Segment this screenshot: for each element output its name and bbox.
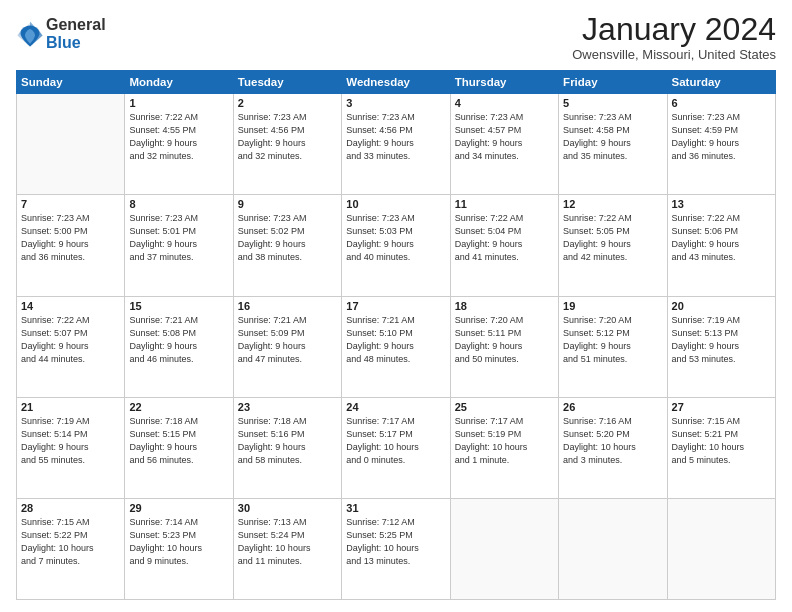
calendar-cell: 23Sunrise: 7:18 AM Sunset: 5:16 PM Dayli… [233,397,341,498]
day-info: Sunrise: 7:21 AM Sunset: 5:10 PM Dayligh… [346,314,445,366]
week-row-4: 28Sunrise: 7:15 AM Sunset: 5:22 PM Dayli… [17,498,776,599]
day-number: 27 [672,401,771,413]
day-number: 11 [455,198,554,210]
day-info: Sunrise: 7:23 AM Sunset: 5:01 PM Dayligh… [129,212,228,264]
day-info: Sunrise: 7:23 AM Sunset: 4:56 PM Dayligh… [346,111,445,163]
calendar-cell: 8Sunrise: 7:23 AM Sunset: 5:01 PM Daylig… [125,195,233,296]
day-number: 9 [238,198,337,210]
weekday-header-friday: Friday [559,71,667,94]
day-number: 24 [346,401,445,413]
day-number: 26 [563,401,662,413]
day-number: 8 [129,198,228,210]
calendar-cell: 10Sunrise: 7:23 AM Sunset: 5:03 PM Dayli… [342,195,450,296]
day-number: 19 [563,300,662,312]
day-number: 12 [563,198,662,210]
day-number: 4 [455,97,554,109]
day-info: Sunrise: 7:15 AM Sunset: 5:21 PM Dayligh… [672,415,771,467]
day-info: Sunrise: 7:19 AM Sunset: 5:14 PM Dayligh… [21,415,120,467]
day-number: 16 [238,300,337,312]
day-number: 13 [672,198,771,210]
day-number: 5 [563,97,662,109]
day-info: Sunrise: 7:17 AM Sunset: 5:19 PM Dayligh… [455,415,554,467]
day-number: 28 [21,502,120,514]
calendar-cell: 31Sunrise: 7:12 AM Sunset: 5:25 PM Dayli… [342,498,450,599]
week-row-3: 21Sunrise: 7:19 AM Sunset: 5:14 PM Dayli… [17,397,776,498]
weekday-header-thursday: Thursday [450,71,558,94]
calendar-cell: 19Sunrise: 7:20 AM Sunset: 5:12 PM Dayli… [559,296,667,397]
day-info: Sunrise: 7:23 AM Sunset: 4:58 PM Dayligh… [563,111,662,163]
calendar-cell: 2Sunrise: 7:23 AM Sunset: 4:56 PM Daylig… [233,94,341,195]
month-title: January 2024 [572,12,776,47]
day-info: Sunrise: 7:23 AM Sunset: 5:03 PM Dayligh… [346,212,445,264]
calendar-cell: 28Sunrise: 7:15 AM Sunset: 5:22 PM Dayli… [17,498,125,599]
calendar-cell: 6Sunrise: 7:23 AM Sunset: 4:59 PM Daylig… [667,94,775,195]
day-info: Sunrise: 7:22 AM Sunset: 5:07 PM Dayligh… [21,314,120,366]
calendar-cell: 3Sunrise: 7:23 AM Sunset: 4:56 PM Daylig… [342,94,450,195]
calendar-cell: 4Sunrise: 7:23 AM Sunset: 4:57 PM Daylig… [450,94,558,195]
day-number: 17 [346,300,445,312]
day-number: 14 [21,300,120,312]
day-info: Sunrise: 7:18 AM Sunset: 5:16 PM Dayligh… [238,415,337,467]
day-number: 23 [238,401,337,413]
calendar-cell: 12Sunrise: 7:22 AM Sunset: 5:05 PM Dayli… [559,195,667,296]
day-number: 30 [238,502,337,514]
calendar-cell: 20Sunrise: 7:19 AM Sunset: 5:13 PM Dayli… [667,296,775,397]
logo-general-text: General [46,16,106,34]
calendar-cell: 27Sunrise: 7:15 AM Sunset: 5:21 PM Dayli… [667,397,775,498]
weekday-header-sunday: Sunday [17,71,125,94]
logo-icon [16,20,44,48]
calendar-cell: 11Sunrise: 7:22 AM Sunset: 5:04 PM Dayli… [450,195,558,296]
calendar-cell: 22Sunrise: 7:18 AM Sunset: 5:15 PM Dayli… [125,397,233,498]
calendar-cell: 17Sunrise: 7:21 AM Sunset: 5:10 PM Dayli… [342,296,450,397]
day-number: 10 [346,198,445,210]
day-info: Sunrise: 7:22 AM Sunset: 4:55 PM Dayligh… [129,111,228,163]
calendar-cell [559,498,667,599]
day-number: 7 [21,198,120,210]
day-info: Sunrise: 7:23 AM Sunset: 4:59 PM Dayligh… [672,111,771,163]
weekday-header-monday: Monday [125,71,233,94]
location: Owensville, Missouri, United States [572,47,776,62]
day-number: 31 [346,502,445,514]
day-info: Sunrise: 7:23 AM Sunset: 5:02 PM Dayligh… [238,212,337,264]
day-number: 25 [455,401,554,413]
week-row-0: 1Sunrise: 7:22 AM Sunset: 4:55 PM Daylig… [17,94,776,195]
week-row-1: 7Sunrise: 7:23 AM Sunset: 5:00 PM Daylig… [17,195,776,296]
title-section: January 2024 Owensville, Missouri, Unite… [572,12,776,62]
calendar-cell [667,498,775,599]
calendar-cell: 29Sunrise: 7:14 AM Sunset: 5:23 PM Dayli… [125,498,233,599]
day-info: Sunrise: 7:22 AM Sunset: 5:06 PM Dayligh… [672,212,771,264]
calendar-cell [450,498,558,599]
calendar-cell: 26Sunrise: 7:16 AM Sunset: 5:20 PM Dayli… [559,397,667,498]
day-info: Sunrise: 7:23 AM Sunset: 5:00 PM Dayligh… [21,212,120,264]
day-info: Sunrise: 7:18 AM Sunset: 5:15 PM Dayligh… [129,415,228,467]
day-info: Sunrise: 7:14 AM Sunset: 5:23 PM Dayligh… [129,516,228,568]
day-info: Sunrise: 7:12 AM Sunset: 5:25 PM Dayligh… [346,516,445,568]
calendar-cell: 18Sunrise: 7:20 AM Sunset: 5:11 PM Dayli… [450,296,558,397]
page: General Blue January 2024 Owensville, Mi… [0,0,792,612]
calendar-cell: 14Sunrise: 7:22 AM Sunset: 5:07 PM Dayli… [17,296,125,397]
header: General Blue January 2024 Owensville, Mi… [16,12,776,62]
day-info: Sunrise: 7:15 AM Sunset: 5:22 PM Dayligh… [21,516,120,568]
day-info: Sunrise: 7:19 AM Sunset: 5:13 PM Dayligh… [672,314,771,366]
day-info: Sunrise: 7:22 AM Sunset: 5:05 PM Dayligh… [563,212,662,264]
day-number: 22 [129,401,228,413]
logo-blue-text: Blue [46,34,106,52]
day-info: Sunrise: 7:16 AM Sunset: 5:20 PM Dayligh… [563,415,662,467]
day-number: 29 [129,502,228,514]
day-info: Sunrise: 7:23 AM Sunset: 4:56 PM Dayligh… [238,111,337,163]
weekday-header-wednesday: Wednesday [342,71,450,94]
calendar-table: SundayMondayTuesdayWednesdayThursdayFrid… [16,70,776,600]
day-number: 3 [346,97,445,109]
logo: General Blue [16,16,106,51]
calendar-cell: 21Sunrise: 7:19 AM Sunset: 5:14 PM Dayli… [17,397,125,498]
day-info: Sunrise: 7:17 AM Sunset: 5:17 PM Dayligh… [346,415,445,467]
week-row-2: 14Sunrise: 7:22 AM Sunset: 5:07 PM Dayli… [17,296,776,397]
calendar-cell: 7Sunrise: 7:23 AM Sunset: 5:00 PM Daylig… [17,195,125,296]
day-number: 2 [238,97,337,109]
calendar-cell [17,94,125,195]
day-number: 1 [129,97,228,109]
day-info: Sunrise: 7:20 AM Sunset: 5:11 PM Dayligh… [455,314,554,366]
day-info: Sunrise: 7:13 AM Sunset: 5:24 PM Dayligh… [238,516,337,568]
weekday-header-row: SundayMondayTuesdayWednesdayThursdayFrid… [17,71,776,94]
calendar-cell: 25Sunrise: 7:17 AM Sunset: 5:19 PM Dayli… [450,397,558,498]
